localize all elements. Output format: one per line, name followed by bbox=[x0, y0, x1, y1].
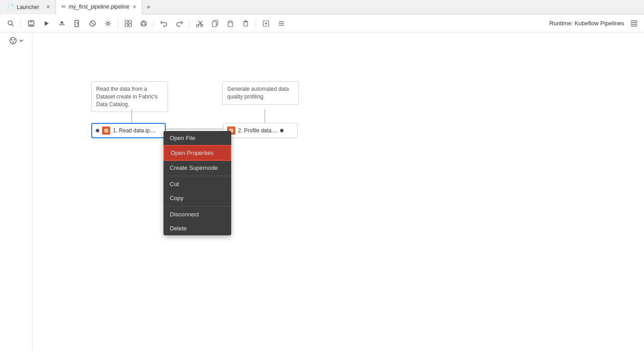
context-menu-disconnect[interactable]: Disconnect bbox=[163, 207, 231, 221]
sep-3 bbox=[154, 19, 154, 28]
node-2-tooltip: Generate automated data quality profilin… bbox=[222, 81, 299, 105]
svg-rect-35 bbox=[631, 20, 637, 26]
node-types-button[interactable] bbox=[136, 16, 151, 31]
svg-point-0 bbox=[8, 21, 12, 25]
pipeline-node-2[interactable]: 2. Profile data.... bbox=[223, 123, 298, 138]
svg-rect-4 bbox=[29, 24, 33, 26]
runtime-settings-button[interactable] bbox=[628, 17, 640, 30]
tab-launcher[interactable]: 📄 Launcher ✕ bbox=[2, 0, 56, 14]
context-menu-create-supernode[interactable]: Create Supernode bbox=[163, 161, 231, 175]
undo-button[interactable] bbox=[157, 16, 171, 31]
connector-vline-2 bbox=[265, 109, 265, 123]
svg-rect-28 bbox=[244, 22, 247, 26]
node-1-icon bbox=[102, 126, 110, 135]
palette-icon bbox=[9, 36, 18, 45]
context-menu-open-file[interactable]: Open File bbox=[163, 131, 231, 145]
svg-point-13 bbox=[107, 22, 109, 24]
pipeline-node-1[interactable]: 1. Read data.ip.... bbox=[91, 123, 166, 138]
context-menu-open-properties[interactable]: Open Properties bbox=[163, 145, 231, 161]
tab-launcher-label: Launcher bbox=[17, 4, 39, 10]
node-1-tooltip: Read the data from a Dataset create in F… bbox=[91, 81, 168, 112]
svg-rect-39 bbox=[635, 23, 636, 25]
palette-group[interactable] bbox=[9, 36, 24, 45]
context-menu-sep-1 bbox=[163, 176, 231, 176]
svg-line-12 bbox=[91, 22, 94, 25]
context-menu-cut[interactable]: Cut bbox=[163, 177, 231, 191]
svg-marker-5 bbox=[45, 21, 49, 26]
save-button[interactable] bbox=[24, 16, 38, 31]
svg-point-40 bbox=[10, 37, 16, 44]
tab-launcher-close[interactable]: ✕ bbox=[46, 4, 50, 10]
main-area: Read the data from a Dataset create in F… bbox=[0, 33, 644, 351]
svg-marker-7 bbox=[60, 21, 64, 23]
svg-rect-27 bbox=[229, 21, 232, 23]
tab-pipeline-label: my_first_pipeline.pipeline bbox=[69, 4, 130, 10]
redo-button[interactable] bbox=[172, 16, 187, 31]
svg-point-22 bbox=[196, 24, 199, 27]
context-menu: Open File Open Properties Create Superno… bbox=[163, 131, 231, 235]
copy-toolbar-button[interactable] bbox=[208, 16, 222, 31]
svg-point-42 bbox=[14, 39, 15, 41]
svg-rect-36 bbox=[633, 22, 634, 23]
toolbar: Runtime: Kubeflow Pipelines bbox=[0, 14, 644, 33]
paste-toolbar-button[interactable] bbox=[223, 16, 238, 31]
new-file-button[interactable] bbox=[70, 16, 84, 31]
node-2-output-port bbox=[280, 129, 284, 132]
svg-rect-8 bbox=[75, 20, 79, 27]
node-2-label: 2. Profile data.... bbox=[238, 127, 277, 134]
context-menu-delete[interactable]: Delete bbox=[163, 221, 231, 235]
tab-launcher-icon: 📄 bbox=[7, 4, 14, 10]
tab-pipeline-icon: ✂ bbox=[61, 4, 66, 10]
cut-toolbar-button[interactable] bbox=[192, 16, 207, 31]
svg-rect-17 bbox=[129, 24, 131, 27]
zoom-fit-button[interactable] bbox=[259, 16, 273, 31]
export-button[interactable] bbox=[55, 16, 69, 31]
tab-pipeline-close[interactable]: ✕ bbox=[132, 4, 136, 10]
new-tab-button[interactable]: + bbox=[142, 1, 155, 14]
context-menu-sep-2 bbox=[163, 206, 231, 206]
layout-button[interactable] bbox=[121, 16, 135, 31]
svg-rect-14 bbox=[125, 20, 128, 23]
left-sidebar bbox=[0, 33, 33, 351]
tab-pipeline[interactable]: ✂ my_first_pipeline.pipeline ✕ bbox=[56, 0, 142, 14]
svg-rect-38 bbox=[633, 23, 634, 25]
sep-5 bbox=[256, 19, 256, 28]
delete-toolbar-button[interactable] bbox=[238, 16, 253, 31]
context-menu-copy[interactable]: Copy bbox=[163, 191, 231, 205]
connector-vline-1 bbox=[131, 109, 132, 123]
node-1-input-port bbox=[96, 129, 99, 132]
zoom-level-button[interactable] bbox=[274, 16, 289, 31]
search-button[interactable] bbox=[4, 16, 18, 31]
tab-bar: 📄 Launcher ✕ ✂ my_first_pipeline.pipelin… bbox=[0, 0, 644, 14]
runtime-label: Runtime: Kubeflow Pipelines bbox=[550, 17, 640, 30]
svg-point-43 bbox=[12, 42, 14, 43]
node-1-label: 1. Read data.ip.... bbox=[113, 127, 156, 134]
svg-rect-37 bbox=[635, 22, 636, 23]
pipeline-canvas[interactable]: Read the data from a Dataset create in F… bbox=[33, 33, 644, 351]
svg-rect-25 bbox=[212, 22, 216, 27]
run-button[interactable] bbox=[39, 16, 54, 31]
svg-point-41 bbox=[11, 39, 12, 41]
svg-marker-19 bbox=[141, 21, 146, 25]
clear-button[interactable] bbox=[85, 16, 100, 31]
sep-4 bbox=[189, 19, 190, 28]
svg-rect-15 bbox=[129, 20, 131, 23]
sep-1 bbox=[21, 19, 21, 28]
properties-button[interactable] bbox=[101, 16, 115, 31]
svg-line-1 bbox=[12, 24, 14, 26]
sep-2 bbox=[118, 19, 118, 28]
connection-line bbox=[166, 129, 224, 129]
svg-rect-3 bbox=[30, 21, 33, 23]
chevron-down-icon bbox=[19, 38, 24, 43]
svg-rect-16 bbox=[125, 24, 128, 27]
svg-rect-6 bbox=[59, 24, 65, 25]
